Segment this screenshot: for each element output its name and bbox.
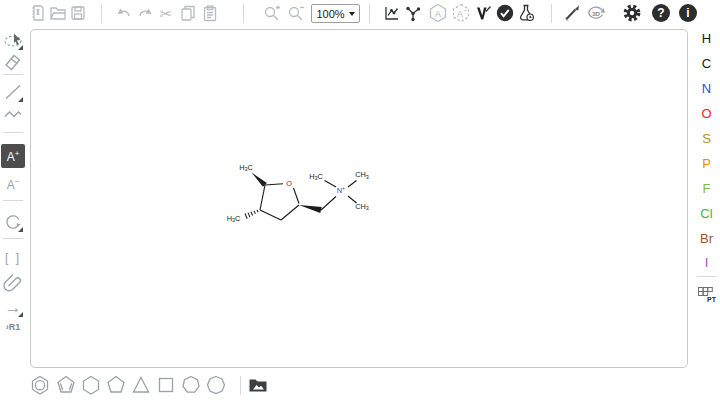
paste-button[interactable] [198,1,222,25]
element-symbol: Br [700,231,713,246]
calculate-cip-button[interactable] [471,1,495,25]
zoom-in-button[interactable] [260,1,284,25]
dearomatize-button[interactable]: A- [449,1,473,25]
element-symbol: N [702,81,711,96]
settings-button[interactable] [620,1,644,25]
template-cyclopentane-button[interactable] [104,373,128,397]
dropdown-arrow-icon [349,12,355,16]
drawing-canvas[interactable]: H3C H3C O H3C CH3 CH3 N+ [30,29,688,368]
element-symbol: P [702,156,711,171]
chemical-editor-app: ✂ 100% [0,0,720,400]
template-cyclooctane-button[interactable] [204,373,228,397]
atom-button-n[interactable]: N [694,78,719,98]
gear-icon [622,3,642,23]
magnifier-minus-icon [286,3,306,23]
magnifier-plus-icon [262,3,282,23]
cyclooctane-icon [204,373,228,397]
divider [551,4,552,23]
zoom-out-button[interactable] [284,1,308,25]
copy-button[interactable] [176,1,200,25]
atom-labels: H3C H3C O H3C CH3 CH3 N+ [227,163,369,224]
template-cyclohexane-button[interactable] [79,373,103,397]
divider [3,238,23,239]
template-library-icon [247,375,269,395]
cyclobutane-icon [154,373,178,397]
atom-label-nitrogen: N+ [337,185,346,195]
zoom-level-dropdown[interactable]: 100% [311,4,360,23]
template-cyclopentadiene-button[interactable] [54,373,78,397]
save-button[interactable] [66,1,90,25]
clean-up-icon [403,3,423,23]
help-icon: ? [652,4,670,22]
check-circle-icon [495,3,515,23]
atom-button-br[interactable]: Br [694,228,719,248]
rotate-tool[interactable] [1,210,25,234]
divider [101,4,102,23]
charge-minus-tool[interactable]: A− [1,172,25,196]
chain-tool[interactable] [1,102,25,126]
template-cyclopropane-button[interactable] [129,373,153,397]
about-button[interactable]: i [676,1,700,25]
atom-button-cl[interactable]: Cl [694,203,719,223]
svg-text:A: A [457,9,463,19]
rgroup-tool[interactable]: ›R1 [1,318,25,336]
element-symbol: Cl [700,206,712,221]
open-folder-icon [48,3,68,23]
cycloheptane-icon [179,373,203,397]
open-3d-viewer-button[interactable] [560,1,584,25]
hashed-wedge-bond [245,210,258,219]
atom-button-c[interactable]: C [694,53,719,73]
atom-button-o[interactable]: O [694,103,719,123]
cut-button[interactable]: ✂ [154,1,178,25]
divider [3,74,23,75]
brackets-icon: [ ] [5,251,21,265]
element-symbol: I [705,255,709,270]
divider [369,4,370,23]
lasso-selection-tool[interactable] [1,28,25,52]
rgroup-icon: ›R1 [6,322,21,332]
reaction-arrow-tool[interactable]: → [1,295,25,319]
atom-button-s[interactable]: S [694,128,719,148]
template-benzene-button[interactable] [28,373,52,397]
atom-label-methyl: H3C [227,214,241,224]
template-cyclobutane-button[interactable] [154,373,178,397]
sgroup-tool[interactable]: [ ] [1,246,25,270]
rotate-3d-button[interactable]: 3D [584,1,608,25]
help-button[interactable]: ? [649,1,673,25]
calculated-values-button[interactable] [514,1,538,25]
undo-icon [113,3,133,23]
undo-button[interactable] [111,1,135,25]
layout-icon [382,3,402,23]
atom-button-h[interactable]: H [694,28,719,48]
clean-up-button[interactable] [401,1,425,25]
dearomatize-hexagon-icon: A- [450,2,472,24]
svg-text:PT: PT [707,295,716,302]
atom-label-oxygen: O [286,179,292,188]
template-cycloheptane-button[interactable] [179,373,203,397]
benzene-icon [28,373,52,397]
svg-text:A: A [435,9,441,19]
atom-button-p[interactable]: P [694,153,719,173]
charge-plus-tool[interactable]: A+ [1,144,25,168]
divider [3,132,23,133]
paperclip-icon [2,271,24,293]
erase-tool[interactable] [1,50,25,74]
atom-button-i[interactable]: I [694,252,719,272]
periodic-table-icon: PT [697,286,716,303]
rotate-3d-icon: 3D [586,3,606,23]
info-icon: i [679,4,697,22]
chain-icon [2,103,24,125]
attach-tool[interactable] [1,270,25,294]
aromatize-button[interactable]: A [426,1,450,25]
periodic-table-button[interactable]: PT [694,283,719,305]
cyclopentane-icon [104,373,128,397]
stick-pencil-icon [562,3,582,23]
atom-button-f[interactable]: F [694,178,719,198]
element-symbol: H [702,31,711,46]
paste-clipboard-icon [200,3,220,23]
single-bond-tool[interactable] [1,80,25,104]
template-library-button[interactable] [246,373,270,397]
redo-icon [136,3,156,23]
svg-text:-: - [464,5,467,14]
copy-icon [178,3,198,23]
